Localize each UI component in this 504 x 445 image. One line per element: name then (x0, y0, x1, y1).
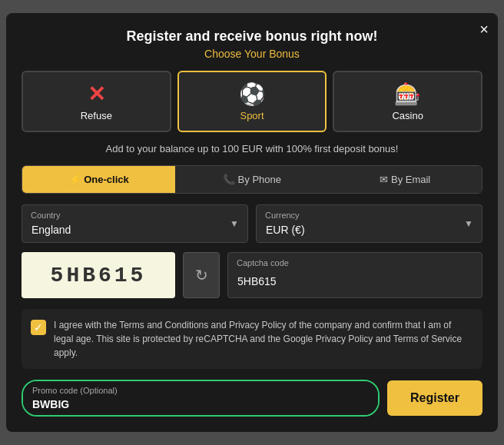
country-group: Country England ▼ (22, 204, 248, 243)
captcha-label: Captcha code (237, 258, 289, 267)
refuse-icon: ✕ (29, 81, 164, 107)
promo-label: Promo code (Optional) (32, 386, 118, 395)
sport-label: Sport (240, 110, 264, 121)
agree-checkbox[interactable]: ✓ (31, 320, 46, 335)
sport-icon: ⚽ (185, 81, 320, 107)
checkmark-icon: ✓ (34, 321, 43, 334)
currency-label: Currency (265, 211, 300, 220)
bonus-refuse[interactable]: ✕ Refuse (22, 71, 171, 132)
agree-text: I agree with the Terms and Conditions an… (54, 318, 473, 360)
captcha-refresh-button[interactable]: ↻ (183, 252, 220, 298)
promo-group: Promo code (Optional) (22, 380, 380, 417)
close-button[interactable]: × (479, 21, 489, 38)
tab-one-click[interactable]: ⚡ One-click (22, 166, 175, 193)
registration-tabs: ⚡ One-click 📞 By Phone ✉ By Email (22, 165, 482, 194)
tab-by-email[interactable]: ✉ By Email (329, 166, 482, 193)
bottom-row: Promo code (Optional) Register (22, 380, 482, 417)
casino-icon: 🎰 (340, 81, 475, 107)
captcha-input-group: Captcha code (227, 252, 482, 298)
country-label: Country (31, 211, 61, 220)
currency-group: Currency EUR (€) ▼ (256, 204, 482, 243)
modal-title: Register and receive bonus right now! (22, 28, 482, 45)
tab-by-phone[interactable]: 📞 By Phone (175, 166, 328, 193)
captcha-image: 5HB615 (22, 252, 175, 298)
bonus-options: ✕ Refuse ⚽ Sport 🎰 Casino (22, 71, 482, 132)
captcha-row: 5HB615 ↻ Captcha code (22, 252, 482, 298)
casino-label: Casino (392, 110, 423, 121)
bonus-subtitle: Choose Your Bonus (22, 48, 482, 60)
info-text: Add to your balance up to 100 EUR with 1… (22, 143, 482, 154)
register-button[interactable]: Register (387, 380, 482, 416)
country-currency-row: Country England ▼ Currency EUR (€) ▼ (22, 204, 482, 243)
register-modal: × Register and receive bonus right now! … (6, 13, 498, 432)
refuse-label: Refuse (81, 110, 112, 121)
bonus-sport[interactable]: ⚽ Sport (177, 71, 327, 132)
bonus-casino[interactable]: 🎰 Casino (333, 71, 482, 132)
agree-row: ✓ I agree with the Terms and Conditions … (22, 309, 482, 369)
refresh-icon: ↻ (195, 266, 208, 284)
